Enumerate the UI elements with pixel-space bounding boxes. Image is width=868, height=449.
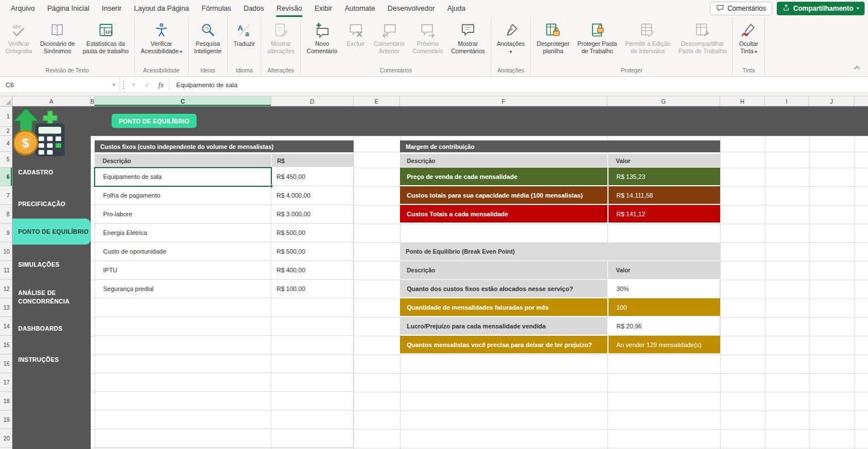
- fixed-cost-value-cell[interactable]: R$ 400,00: [271, 261, 354, 280]
- margin-value-cell[interactable]: R$ 141,12: [607, 205, 720, 224]
- formula-input[interactable]: Equipamento de sala: [171, 77, 868, 92]
- fixed-cost-value-cell[interactable]: R$ 450,00: [271, 168, 354, 186]
- margin-value-cell[interactable]: R$ 135,23: [607, 168, 720, 186]
- column-header-G[interactable]: G: [607, 96, 720, 106]
- break-even-desc-cell[interactable]: Quanto dos custos fixos estão alocados n…: [400, 280, 607, 298]
- menu-tab-pagina-inicial[interactable]: Página Inicial: [41, 0, 95, 17]
- column-header-A[interactable]: A: [12, 96, 91, 106]
- fixed-costs-title[interactable]: Custos fixos (custo independente do volu…: [95, 140, 354, 152]
- row-header-5[interactable]: 5: [0, 152, 12, 168]
- sidebar-item-precificacao[interactable]: PRECIFICAÇÃO: [12, 196, 91, 211]
- margin-desc-cell[interactable]: Custos totais para sua capacidade média …: [400, 186, 607, 205]
- ribbon-button-desproteger-planilha[interactable]: Desprotegerplanilha: [533, 19, 573, 56]
- ribbon-button-pesquisa-inteligente[interactable]: PesquisaInteligente: [190, 19, 225, 56]
- fixed-cost-desc-cell[interactable]: Custo de oportunidade: [95, 242, 271, 261]
- ribbon-button-novo-comentario[interactable]: NovoComentário: [303, 19, 341, 56]
- fixed-cost-value-cell[interactable]: [271, 354, 354, 373]
- select-all-corner[interactable]: [0, 96, 12, 106]
- fixed-cost-value-cell[interactable]: [271, 336, 354, 354]
- ribbon-button-verificar-acessibilidade[interactable]: VerificarAcessibilidade ▾: [137, 19, 186, 56]
- column-header-E[interactable]: E: [354, 96, 400, 106]
- fixed-cost-desc-cell[interactable]: [95, 373, 271, 392]
- fixed-cost-value-cell[interactable]: R$ 500,00: [271, 242, 354, 261]
- column-header-C[interactable]: C: [95, 96, 271, 106]
- row-header-20[interactable]: 20: [0, 429, 12, 448]
- row-header-19[interactable]: 19: [0, 410, 12, 429]
- ribbon-button-traduzir[interactable]: AaTraduzir: [229, 19, 259, 49]
- menu-tab-exibir[interactable]: Exibir: [308, 0, 338, 17]
- menu-tab-desenvolvedor[interactable]: Desenvolvedor: [381, 0, 441, 17]
- row-header-15[interactable]: 15: [0, 336, 12, 354]
- fixed-cost-desc-cell[interactable]: IPTU: [95, 261, 271, 280]
- break-even-desc-cell[interactable]: Quantos mensalistas você precisa para de…: [400, 336, 607, 354]
- fixed-cost-desc-cell[interactable]: [95, 317, 271, 336]
- fixed-cost-desc-cell[interactable]: [95, 392, 271, 410]
- break-even-desc-cell[interactable]: Quantidade de mensalidades faturadas por…: [400, 298, 607, 317]
- header-cell-descricao[interactable]: Descrição: [95, 154, 271, 167]
- menu-tab-arquivo[interactable]: Arquivo: [5, 0, 41, 17]
- menu-tab-dados[interactable]: Dados: [237, 0, 270, 17]
- header-cell-descricao[interactable]: Descrição: [400, 154, 607, 167]
- break-even-value-cell[interactable]: 100: [607, 298, 720, 317]
- break-even-value-cell[interactable]: Ao vender 129 mensalidade(s): [607, 336, 720, 354]
- break-even-value-cell[interactable]: R$ 20,96: [607, 317, 720, 336]
- margin-desc-cell[interactable]: Preço de venda de cada mensalidade: [400, 168, 607, 186]
- header-cell-valor[interactable]: Valor: [607, 154, 720, 167]
- menu-tab-ajuda[interactable]: Ajuda: [441, 0, 471, 17]
- fixed-cost-desc-cell[interactable]: Pro-labore: [95, 205, 271, 224]
- fixed-cost-desc-cell[interactable]: Equipamento de sala: [95, 168, 271, 186]
- fixed-cost-desc-cell[interactable]: Segurança predial: [95, 280, 271, 298]
- fixed-cost-value-cell[interactable]: [271, 410, 354, 429]
- row-header-12[interactable]: 12: [0, 280, 12, 298]
- formula-bar-handle[interactable]: [120, 77, 127, 92]
- insert-function-button[interactable]: fx: [154, 77, 168, 92]
- fixed-cost-value-cell[interactable]: R$ 4.000,00: [271, 186, 354, 205]
- row-header-7[interactable]: 7: [0, 186, 12, 205]
- column-header-J[interactable]: J: [809, 96, 854, 106]
- share-button[interactable]: Compartilhamento ▾: [777, 2, 865, 15]
- menu-tab-layout-da-pagina[interactable]: Layout da Página: [127, 0, 195, 17]
- comments-button[interactable]: Comentários: [710, 2, 772, 15]
- row-header-10[interactable]: 10: [0, 242, 12, 261]
- fixed-cost-value-cell[interactable]: [271, 373, 354, 392]
- column-header-I[interactable]: I: [765, 96, 809, 106]
- row-header-14[interactable]: 14: [0, 317, 12, 336]
- row-header-13[interactable]: 13: [0, 298, 12, 317]
- fixed-cost-value-cell[interactable]: [271, 392, 354, 410]
- fixed-cost-desc-cell[interactable]: [95, 429, 271, 448]
- row-header-4[interactable]: 4: [0, 136, 12, 152]
- ribbon-button-proteger-pasta-de-trabalho[interactable]: Proteger Pastade Trabalho: [573, 19, 621, 56]
- menu-tab-inserir[interactable]: Inserir: [96, 0, 128, 17]
- column-header-H[interactable]: H: [720, 96, 765, 106]
- break-even-desc-cell[interactable]: Lucro/Prejuízo para cada mensalidade ven…: [400, 317, 607, 336]
- fixed-cost-value-cell[interactable]: R$ 500,00: [271, 224, 354, 242]
- column-header-D[interactable]: D: [271, 96, 354, 106]
- break-even-value-cell[interactable]: 30%: [607, 280, 720, 298]
- column-header-F[interactable]: F: [400, 96, 607, 106]
- ribbon-button-dicionario-de-sinonimos[interactable]: Dicionário deSinônimos: [36, 19, 79, 56]
- sidebar-item-simulacoes[interactable]: SIMULAÇÕES: [12, 257, 91, 272]
- row-header-6[interactable]: 6: [0, 168, 12, 186]
- sidebar-item-cadastro[interactable]: CADASTRO: [12, 165, 91, 179]
- menu-tab-revisao[interactable]: Revisão: [270, 0, 308, 17]
- header-cell-valor[interactable]: Valor: [607, 261, 720, 279]
- sidebar-item-instrucoes[interactable]: INSTRUÇÕES: [12, 352, 91, 367]
- row-header-17[interactable]: 17: [0, 373, 12, 392]
- ribbon-button-anotacoes[interactable]: Anotações ▾: [493, 19, 529, 56]
- fixed-cost-desc-cell[interactable]: Energia Elétrica: [95, 224, 271, 242]
- sidebar-item-dashboards[interactable]: DASHBOARDS: [12, 321, 91, 336]
- collapse-ribbon-button[interactable]: [853, 65, 860, 71]
- sidebar-item-ponto-de-equilibrio[interactable]: PONTO DE EQUILÍBRIO: [12, 219, 91, 245]
- name-box[interactable]: C6 ▾: [0, 77, 120, 92]
- row-header-2[interactable]: 2: [0, 127, 12, 136]
- fixed-cost-desc-cell[interactable]: [95, 336, 271, 354]
- menu-tab-formulas[interactable]: Fórmulas: [195, 0, 237, 17]
- break-even-title[interactable]: Ponto de Equilíbrio (Break Even Point): [400, 242, 720, 260]
- sidebar-item-analise-de-concorrencia[interactable]: ANÁLISE DE CONCORRÊNCIA: [12, 285, 91, 309]
- fixed-cost-value-cell[interactable]: [271, 298, 354, 317]
- row-header-11[interactable]: 11: [0, 261, 12, 280]
- row-header-8[interactable]: 8: [0, 205, 12, 224]
- row-header-1[interactable]: 1: [0, 106, 12, 127]
- ribbon-button-estatisticas-da-pasta-de-trabalho[interactable]: 123Estatísticas dapasta de trabalho: [79, 19, 133, 56]
- fixed-cost-desc-cell[interactable]: [95, 354, 271, 373]
